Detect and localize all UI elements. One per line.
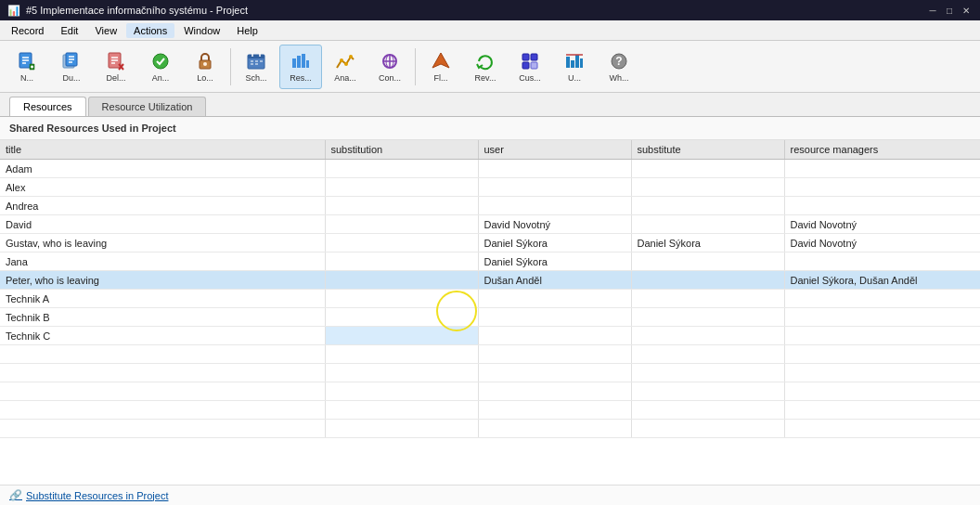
main-content: Shared Resources Used in Project title s…	[0, 117, 980, 505]
svg-rect-22	[248, 55, 264, 58]
resource-table-container[interactable]: title substitution user substitute resou…	[0, 140, 980, 485]
tab-resources[interactable]: Resources	[9, 97, 86, 116]
table-row[interactable]: Technik C	[0, 327, 980, 345]
cell-user-8	[478, 308, 631, 327]
cell-managers-11	[784, 364, 980, 382]
main-wrapper: Resources Resource Utilization Shared Re…	[0, 93, 980, 505]
loc-icon	[194, 50, 216, 72]
svg-rect-33	[306, 60, 309, 68]
minimize-button[interactable]: ─	[926, 4, 939, 17]
table-row[interactable]: Technik A	[0, 290, 980, 308]
table-row[interactable]: Alex	[0, 178, 980, 197]
toolbar-wha-button[interactable]: ? Wh...	[598, 45, 640, 89]
res-label: Res...	[290, 74, 312, 84]
menu-record[interactable]: Record	[4, 23, 51, 38]
menu-help[interactable]: Help	[229, 23, 265, 38]
table-row[interactable]	[0, 364, 980, 382]
table-row[interactable]: DavidDavid NovotnýDavid Novotný	[0, 215, 980, 234]
menu-edit[interactable]: Edit	[53, 23, 85, 38]
cell-managers-7	[784, 290, 980, 308]
cell-title-5: Jana	[0, 252, 325, 271]
col-managers-header: resource managers	[784, 140, 980, 160]
toolbar: N... Du... Del... An... Lo... Sch...	[0, 41, 980, 93]
cell-managers-10	[784, 345, 980, 364]
cell-substitute-4: Daniel Sýkora	[631, 234, 784, 252]
cell-user-9	[478, 327, 631, 345]
dup-label: Du...	[62, 74, 80, 84]
svg-rect-46	[566, 57, 570, 68]
table-row[interactable]: Adam	[0, 160, 980, 178]
toolbar-res-button[interactable]: Res...	[279, 45, 322, 89]
cell-managers-1	[784, 178, 980, 197]
svg-text:?: ?	[615, 55, 622, 68]
table-row[interactable]	[0, 401, 980, 420]
toolbar-con-button[interactable]: Con...	[368, 45, 411, 89]
loc-label: Lo...	[197, 74, 213, 84]
toolbar-rev-button[interactable]: Rev...	[464, 45, 507, 89]
cell-user-5: Daniel Sýkora	[478, 252, 631, 271]
cell-substitute-5	[631, 252, 784, 271]
res-icon	[290, 50, 312, 72]
toolbar-ana-button[interactable]: Ana...	[324, 45, 367, 89]
toolbar-uti-button[interactable]: U...	[553, 45, 596, 89]
toolbar-cus-button[interactable]: Cus...	[509, 45, 551, 89]
toolbar-ann-button[interactable]: An...	[139, 45, 182, 89]
cell-substitute-7	[631, 290, 784, 308]
substitute-resources-link[interactable]: 🔗 Substitute Resources in Project	[0, 485, 980, 505]
toolbar-loc-button[interactable]: Lo...	[184, 45, 226, 89]
table-row[interactable]: Gustav, who is leavingDaniel SýkoraDanie…	[0, 234, 980, 252]
table-row[interactable]	[0, 345, 980, 364]
toolbar-sch-button[interactable]: Sch...	[235, 45, 277, 89]
col-user-header: user	[478, 140, 631, 160]
cus-icon	[519, 50, 541, 72]
cell-substitution-13	[325, 401, 478, 420]
cell-managers-12	[784, 382, 980, 401]
rev-icon	[474, 50, 496, 72]
app-icon: 📊	[7, 5, 20, 17]
cell-managers-2	[784, 197, 980, 215]
uti-label: U...	[568, 74, 581, 84]
cell-substitution-9	[325, 327, 478, 345]
svg-rect-44	[522, 62, 529, 69]
toolbar-new-button[interactable]: N...	[6, 45, 48, 89]
table-row[interactable]: Technik B	[0, 308, 980, 327]
ana-label: Ana...	[334, 74, 356, 84]
cell-substitution-7	[325, 290, 478, 308]
cell-substitution-3	[325, 215, 478, 234]
close-button[interactable]: ✕	[960, 4, 973, 17]
svg-rect-45	[531, 62, 537, 69]
substitute-resources-link-icon: 🔗	[9, 489, 22, 501]
cell-title-3: David	[0, 215, 325, 234]
toolbar-sep-2	[415, 48, 416, 85]
cell-title-14	[0, 420, 325, 438]
toolbar-fly-button[interactable]: Fl...	[419, 45, 462, 89]
del-label: Del...	[106, 74, 125, 84]
toolbar-dup-button[interactable]: Du...	[50, 45, 93, 89]
cell-substitute-2	[631, 197, 784, 215]
substitute-resources-link-label: Substitute Resources in Project	[26, 490, 168, 501]
ann-label: An...	[152, 74, 170, 84]
table-row[interactable]: JanaDaniel Sýkora	[0, 252, 980, 271]
table-row[interactable]	[0, 420, 980, 438]
cell-user-10	[478, 345, 631, 364]
svg-point-35	[344, 62, 348, 66]
menu-view[interactable]: View	[87, 23, 124, 38]
cell-managers-13	[784, 401, 980, 420]
resource-table: title substitution user substitute resou…	[0, 140, 980, 438]
toolbar-del-button[interactable]: Del...	[95, 45, 137, 89]
svg-point-36	[349, 55, 353, 58]
cell-substitute-11	[631, 364, 784, 382]
table-row[interactable]	[0, 382, 980, 401]
table-row[interactable]: Andrea	[0, 197, 980, 215]
menu-window[interactable]: Window	[176, 23, 227, 38]
section-title: Shared Resources Used in Project	[0, 117, 980, 140]
maximize-button[interactable]: □	[943, 4, 956, 17]
table-row[interactable]: Peter, who is leavingDušan AndělDaniel S…	[0, 271, 980, 290]
cell-title-4: Gustav, who is leaving	[0, 234, 325, 252]
svg-rect-48	[575, 55, 579, 68]
cell-user-2	[478, 197, 631, 215]
tab-resource-utilization[interactable]: Resource Utilization	[88, 97, 207, 116]
cell-user-7	[478, 290, 631, 308]
menu-actions[interactable]: Actions	[126, 23, 174, 38]
dup-icon	[60, 50, 83, 72]
